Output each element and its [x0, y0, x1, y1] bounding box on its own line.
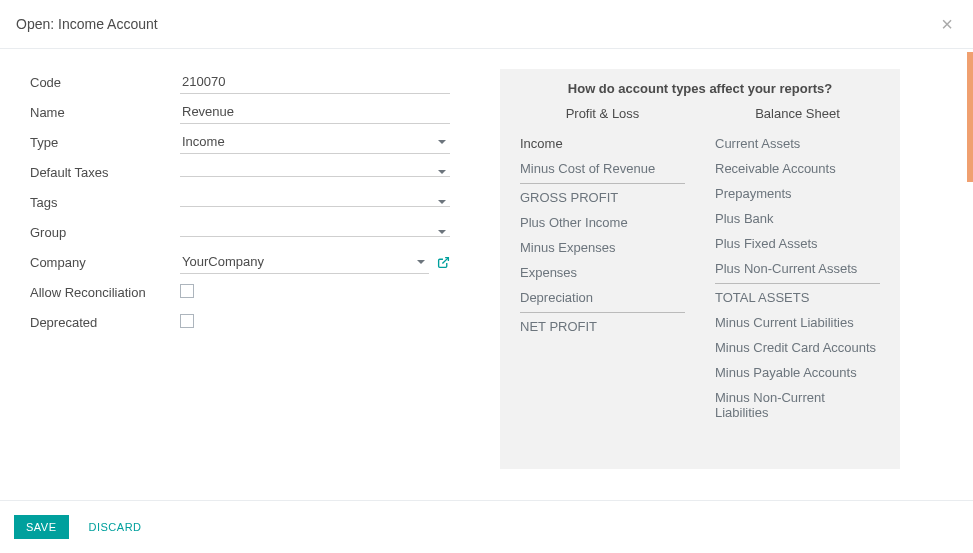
label-company: Company [30, 255, 180, 270]
field-group: Group [30, 219, 450, 245]
checkbox-deprecated[interactable] [180, 314, 194, 328]
field-deprecated: Deprecated [30, 309, 450, 335]
label-default-taxes: Default Taxes [30, 165, 180, 180]
info-line: Plus Fixed Assets [715, 231, 880, 256]
field-type: Type Income [30, 129, 450, 155]
info-line: Prepayments [715, 181, 880, 206]
info-line-gross-profit: GROSS PROFIT [520, 183, 685, 210]
info-line: Minus Expenses [520, 235, 685, 260]
discard-button[interactable]: Discard [77, 515, 154, 539]
caret-down-icon [438, 200, 446, 204]
profit-loss-column: Profit & Loss Income Minus Cost of Reven… [520, 106, 685, 425]
label-deprecated: Deprecated [30, 315, 180, 330]
caret-down-icon [417, 260, 425, 264]
info-line: Plus Non-Current Assets [715, 256, 880, 281]
info-line: Minus Non-Current Liabilities [715, 385, 880, 425]
caret-down-icon [438, 170, 446, 174]
info-line: Plus Bank [715, 206, 880, 231]
form-section: Code Name Type Income Default Taxes [30, 69, 450, 469]
select-tags[interactable] [180, 198, 450, 207]
svg-line-0 [442, 257, 448, 263]
label-code: Code [30, 75, 180, 90]
info-line: Expenses [520, 260, 685, 285]
field-allow-reconciliation: Allow Reconciliation [30, 279, 450, 305]
info-line: Minus Payable Accounts [715, 360, 880, 385]
field-default-taxes: Default Taxes [30, 159, 450, 185]
select-type[interactable]: Income [180, 130, 450, 154]
info-line-total-assets: TOTAL ASSETS [715, 283, 880, 310]
balance-sheet-header: Balance Sheet [715, 106, 880, 121]
label-group: Group [30, 225, 180, 240]
info-title: How do account types affect your reports… [520, 81, 880, 96]
info-line: Minus Current Liabilities [715, 310, 880, 335]
info-panel: How do account types affect your reports… [500, 69, 900, 469]
field-company: Company YourCompany [30, 249, 450, 275]
select-group[interactable] [180, 228, 450, 237]
input-name[interactable] [180, 100, 450, 124]
info-line: Plus Other Income [520, 210, 685, 235]
input-code[interactable] [180, 70, 450, 94]
field-name: Name [30, 99, 450, 125]
balance-sheet-column: Balance Sheet Current Assets Receivable … [715, 106, 880, 425]
caret-down-icon [438, 140, 446, 144]
field-code: Code [30, 69, 450, 95]
select-company[interactable]: YourCompany [180, 250, 429, 274]
modal-title: Open: Income Account [16, 16, 158, 32]
label-type: Type [30, 135, 180, 150]
profit-loss-header: Profit & Loss [520, 106, 685, 121]
save-button[interactable]: Save [14, 515, 69, 539]
external-link-icon[interactable] [437, 256, 450, 269]
select-company-value: YourCompany [182, 254, 264, 269]
select-type-value: Income [182, 134, 225, 149]
info-line: Receivable Accounts [715, 156, 880, 181]
info-line: Income [520, 131, 685, 156]
info-line-net-profit: NET PROFIT [520, 312, 685, 339]
info-columns: Profit & Loss Income Minus Cost of Reven… [520, 106, 880, 425]
modal-footer: Save Discard [0, 500, 973, 553]
info-line: Minus Cost of Revenue [520, 156, 685, 181]
info-line: Minus Credit Card Accounts [715, 335, 880, 360]
modal-body: Code Name Type Income Default Taxes [0, 49, 973, 489]
info-line: Current Assets [715, 131, 880, 156]
select-default-taxes[interactable] [180, 168, 450, 177]
caret-down-icon [438, 230, 446, 234]
field-tags: Tags [30, 189, 450, 215]
checkbox-allow-reconciliation[interactable] [180, 284, 194, 298]
label-allow-reconciliation: Allow Reconciliation [30, 285, 180, 300]
modal-header: Open: Income Account × [0, 0, 973, 49]
label-name: Name [30, 105, 180, 120]
info-line: Depreciation [520, 285, 685, 310]
close-icon[interactable]: × [937, 14, 957, 34]
label-tags: Tags [30, 195, 180, 210]
